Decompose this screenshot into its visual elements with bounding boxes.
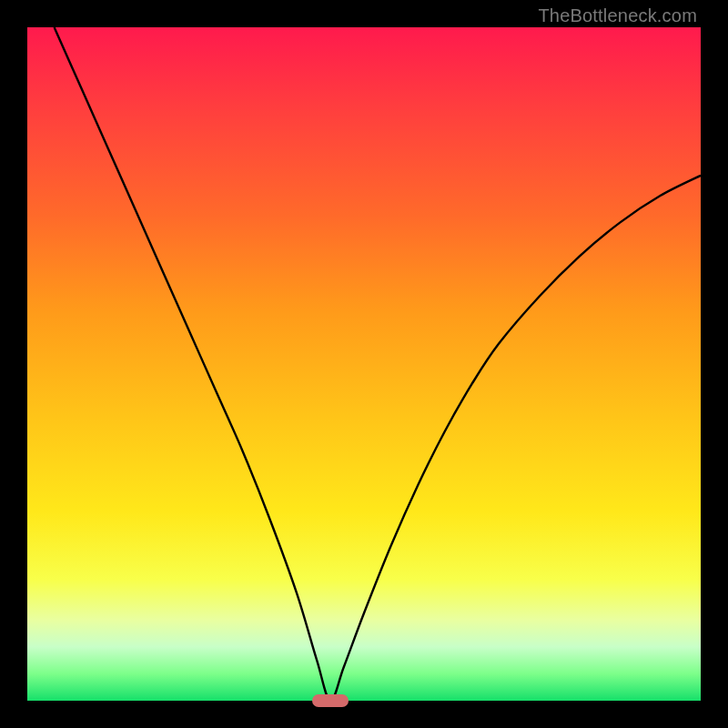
watermark-text: TheBottleneck.com xyxy=(538,5,697,26)
minimum-marker xyxy=(312,694,349,707)
curve-layer xyxy=(27,27,701,701)
bottleneck-curve xyxy=(55,27,701,701)
plot-area xyxy=(27,27,701,701)
chart-frame: TheBottleneck.com xyxy=(0,0,728,728)
